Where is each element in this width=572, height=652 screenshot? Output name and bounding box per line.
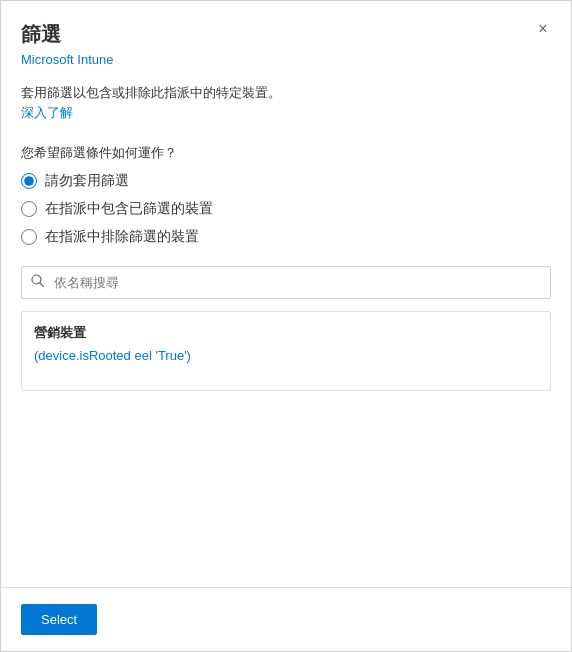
dialog-content: 您希望篩選條件如何運作？ 請勿套用篩選 在指派中包含已篩選的裝置 在指派中排除篩… bbox=[1, 128, 571, 588]
learn-more-link[interactable]: 深入了解 bbox=[21, 105, 73, 120]
search-input[interactable] bbox=[21, 266, 551, 299]
select-button[interactable]: Select bbox=[21, 604, 97, 635]
description-text: 套用篩選以包含或排除此指派中的特定裝置。 bbox=[21, 85, 281, 100]
radio-group: 請勿套用篩選 在指派中包含已篩選的裝置 在指派中排除篩選的裝置 bbox=[21, 172, 551, 246]
filter-dialog: 篩選 Microsoft Intune × 套用篩選以包含或排除此指派中的特定裝… bbox=[0, 0, 572, 652]
filter-item-0[interactable]: (device.isRooted eel 'True') bbox=[34, 348, 538, 363]
radio-item-3[interactable]: 在指派中排除篩選的裝置 bbox=[21, 228, 551, 246]
filter-list: 營銷裝置 (device.isRooted eel 'True') bbox=[21, 311, 551, 391]
radio-input-2[interactable] bbox=[21, 201, 37, 217]
filter-list-title: 營銷裝置 bbox=[34, 324, 538, 342]
dialog-description: 套用篩選以包含或排除此指派中的特定裝置。 深入了解 bbox=[1, 83, 571, 122]
dialog-footer: Select bbox=[1, 587, 571, 651]
scrollable-area: 您希望篩選條件如何運作？ 請勿套用篩選 在指派中包含已篩選的裝置 在指派中排除篩… bbox=[1, 128, 571, 588]
question-label: 您希望篩選條件如何運作？ bbox=[21, 144, 551, 162]
radio-label-2: 在指派中包含已篩選的裝置 bbox=[45, 200, 213, 218]
radio-item-2[interactable]: 在指派中包含已篩選的裝置 bbox=[21, 200, 551, 218]
radio-input-1[interactable] bbox=[21, 173, 37, 189]
search-icon bbox=[31, 274, 44, 290]
radio-item-1[interactable]: 請勿套用篩選 bbox=[21, 172, 551, 190]
close-button[interactable]: × bbox=[531, 17, 555, 41]
dialog-subtitle: Microsoft Intune bbox=[21, 52, 551, 67]
dialog-title: 篩選 bbox=[21, 21, 551, 48]
search-container bbox=[21, 266, 551, 299]
radio-label-3: 在指派中排除篩選的裝置 bbox=[45, 228, 199, 246]
radio-label-1: 請勿套用篩選 bbox=[45, 172, 129, 190]
radio-input-3[interactable] bbox=[21, 229, 37, 245]
dialog-header: 篩選 Microsoft Intune bbox=[1, 1, 571, 83]
svg-line-1 bbox=[40, 283, 44, 287]
